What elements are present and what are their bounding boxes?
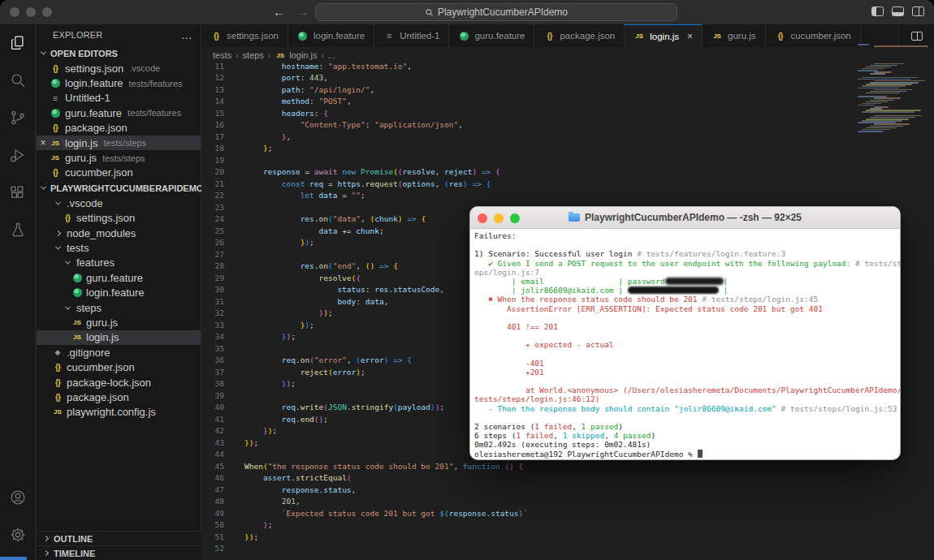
chevron-down-icon bbox=[53, 201, 63, 205]
open-editor-Untitled-1[interactable]: ≡Untitled-1 bbox=[37, 91, 201, 106]
minimize-window-icon[interactable] bbox=[26, 7, 36, 17]
close-icon[interactable]: × bbox=[37, 137, 50, 149]
terminal-output[interactable]: Failures:1) Scenario: Successful user lo… bbox=[470, 229, 900, 460]
code-line: 49 `Expected status code 201 but got ${r… bbox=[201, 508, 934, 520]
breadcrumb-item-tests[interactable]: tests bbox=[213, 50, 231, 60]
tab-package.json[interactable]: {}package.json bbox=[534, 24, 625, 47]
code-line: 18 }; bbox=[201, 143, 934, 155]
line-number: 12 bbox=[201, 72, 224, 84]
terminal-line: 2 scenarios (1 failed, 1 passed) bbox=[474, 422, 896, 431]
code-line: 46 assert.strictEqual( bbox=[201, 472, 934, 485]
open-editor-cucumber.json[interactable]: {}cucumber.json bbox=[37, 166, 201, 180]
toggle-primary-sidebar-icon[interactable] bbox=[871, 6, 884, 16]
tree-item-settings.json[interactable]: {}settings.json bbox=[37, 211, 201, 226]
open-editor-login.feature[interactable]: login.featuretests/features bbox=[37, 75, 201, 90]
zoom-icon[interactable] bbox=[510, 213, 520, 223]
minimap-line bbox=[866, 101, 888, 103]
js-file-icon: JS bbox=[711, 30, 723, 41]
terminal-line bbox=[474, 377, 896, 386]
tab-guru.feature[interactable]: guru.feature bbox=[449, 24, 534, 47]
outline-section[interactable]: OUTLINE bbox=[37, 531, 201, 545]
line-number: 22 bbox=[201, 190, 224, 202]
account-icon[interactable] bbox=[0, 479, 36, 516]
tab-settings.json[interactable]: {}settings.json bbox=[201, 24, 288, 47]
timeline-section[interactable]: TIMELINE bbox=[37, 545, 201, 560]
more-actions-icon[interactable]: … bbox=[181, 28, 192, 41]
open-editor-package.json[interactable]: {}package.json bbox=[37, 121, 201, 136]
code-line: 20 response = await new Promise((resolve… bbox=[201, 166, 934, 179]
tab-label: cucumber.json bbox=[791, 31, 851, 41]
minimap-line bbox=[874, 123, 910, 125]
tree-item-cucumber.json[interactable]: {}cucumber.json bbox=[37, 360, 201, 374]
search-icon[interactable] bbox=[0, 62, 36, 99]
minimap-line bbox=[870, 100, 894, 101]
redacted-smudge bbox=[665, 278, 724, 285]
minimize-icon[interactable] bbox=[494, 213, 504, 223]
open-editors-header[interactable]: OPEN EDITORS bbox=[37, 45, 201, 61]
tree-item-guru.js[interactable]: JSguru.js bbox=[37, 315, 201, 330]
redacted-password bbox=[628, 286, 719, 294]
tree-item-login.feature[interactable]: login.feature bbox=[37, 285, 201, 299]
project-root-header[interactable]: PLAYWRIGHTCUCUMBERAPIDEMO bbox=[37, 180, 201, 196]
breadcrumb-item-steps[interactable]: steps bbox=[243, 50, 264, 60]
open-editor-guru.js[interactable]: JSguru.jstests/steps bbox=[37, 150, 201, 165]
files-icon[interactable] bbox=[0, 24, 36, 62]
close-icon[interactable] bbox=[478, 213, 487, 223]
chevron-right-icon: › bbox=[236, 51, 238, 60]
source-control-icon[interactable] bbox=[0, 99, 36, 136]
extensions-icon[interactable] bbox=[0, 174, 36, 211]
toggle-secondary-sidebar-icon[interactable] bbox=[912, 6, 924, 16]
open-editor-login.js[interactable]: ×JSlogin.jstests/steps bbox=[37, 136, 201, 150]
tab-Untitled-1[interactable]: ≡Untitled-1 bbox=[374, 24, 449, 47]
run-debug-icon[interactable] bbox=[0, 136, 36, 174]
close-window-icon[interactable] bbox=[10, 7, 19, 17]
tree-item-guru.feature[interactable]: guru.feature bbox=[37, 270, 201, 285]
terminal-line: 0m02.492s (executing steps: 0m02.481s) bbox=[474, 440, 896, 449]
minimap-line bbox=[862, 77, 918, 79]
terminal-line: 401 !== 201 bbox=[474, 322, 896, 331]
open-editor-guru.feature[interactable]: guru.featuretests/features bbox=[37, 106, 201, 120]
close-tab-icon[interactable]: × bbox=[687, 31, 693, 42]
breadcrumb-item-login.js[interactable]: JSlogin.js bbox=[275, 50, 317, 61]
code-line: 16 "Content-Type": "application/json", bbox=[201, 119, 934, 131]
code-line: 14 method: "POST", bbox=[201, 96, 934, 108]
cucumber-file-icon bbox=[50, 78, 61, 89]
terminal-titlebar[interactable]: PlaywrightCucumberAPIdemo — -zsh — 92×25 bbox=[470, 207, 900, 229]
forward-arrow-icon[interactable]: → bbox=[296, 5, 309, 19]
command-center-search[interactable]: PlaywrightCucumberAPIdemo bbox=[315, 3, 677, 21]
breadcrumb-item-...[interactable]: ... bbox=[328, 50, 335, 60]
maximize-window-icon[interactable] bbox=[42, 7, 52, 17]
tree-item-tests[interactable]: tests bbox=[37, 240, 201, 255]
file-name: login.feature bbox=[86, 286, 145, 299]
explorer-sidebar: EXPLORER … OPEN EDITORS {}settings.json.… bbox=[37, 24, 201, 560]
tree-item-features[interactable]: features bbox=[37, 256, 201, 270]
settings-gear-icon[interactable] bbox=[0, 516, 36, 554]
testing-icon[interactable] bbox=[0, 211, 36, 248]
tree-item-.gitignore[interactable]: ◆.gitignore bbox=[37, 345, 201, 360]
json-file-icon: {} bbox=[62, 213, 73, 224]
toggle-panel-icon[interactable] bbox=[892, 6, 904, 16]
tree-item-package.json[interactable]: {}package.json bbox=[37, 390, 201, 404]
tab-login.feature[interactable]: login.feature bbox=[288, 24, 374, 47]
window-controls[interactable] bbox=[10, 7, 52, 17]
terminal-line: | email | password| bbox=[474, 277, 896, 286]
remote-status-indicator[interactable] bbox=[0, 557, 27, 560]
tree-item-package-lock.json[interactable]: {}package-lock.json bbox=[37, 375, 201, 390]
tree-item-steps[interactable]: steps bbox=[37, 300, 201, 315]
tree-item-node_modules[interactable]: node_modules bbox=[37, 226, 201, 240]
tab-guru.js[interactable]: JSguru.js bbox=[703, 24, 766, 47]
tab-login.js[interactable]: JSlogin.js× bbox=[625, 24, 703, 47]
tree-item-playwright.config.js[interactable]: JSplaywright.config.js bbox=[37, 405, 201, 420]
cucumber-file-icon bbox=[297, 30, 309, 41]
js-file-icon: JS bbox=[50, 137, 61, 149]
back-arrow-icon[interactable]: ← bbox=[273, 5, 285, 19]
terminal-title: PlaywrightCucumberAPIdemo — -zsh — 92×25 bbox=[585, 212, 802, 223]
cucumber-file-icon bbox=[71, 272, 83, 283]
tree-item-login.js[interactable]: JSlogin.js bbox=[37, 330, 201, 345]
open-editor-settings.json[interactable]: {}settings.json.vscode bbox=[37, 61, 201, 75]
code-line: 48 201, bbox=[201, 496, 934, 508]
tab-label: Untitled-1 bbox=[400, 31, 439, 41]
tab-cucumber.json[interactable]: {}cucumber.json bbox=[766, 24, 861, 47]
tree-item-.vscode[interactable]: .vscode bbox=[37, 196, 201, 210]
json-file-icon: {} bbox=[52, 391, 63, 403]
